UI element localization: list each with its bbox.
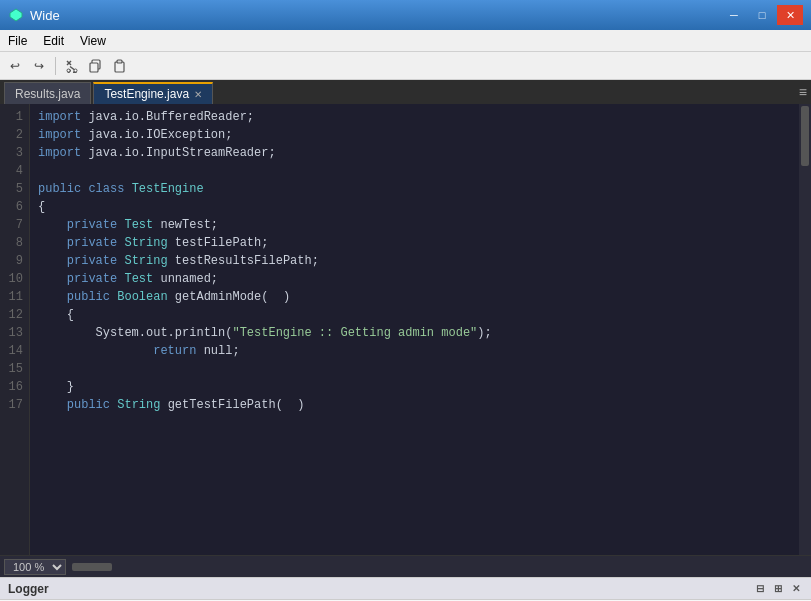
line-num: 3 (4, 144, 23, 162)
redo-button[interactable]: ↪ (28, 55, 50, 77)
copy-button[interactable] (85, 55, 107, 77)
svg-marker-0 (10, 9, 22, 21)
line-num: 7 (4, 216, 23, 234)
line-num: 16 (4, 378, 23, 396)
line-num: 10 (4, 270, 23, 288)
maximize-button[interactable]: □ (749, 5, 775, 25)
line-num: 9 (4, 252, 23, 270)
line-num: 17 (4, 396, 23, 414)
tab-results-java[interactable]: Results.java (4, 82, 91, 104)
title-bar-controls: ─ □ ✕ (721, 5, 803, 25)
svg-point-5 (74, 69, 77, 72)
toolbar-separator-1 (55, 57, 56, 75)
menu-view[interactable]: View (72, 30, 114, 51)
line-num: 15 (4, 360, 23, 378)
toolbar: ↩ ↪ (0, 52, 811, 80)
title-bar: Wide ─ □ ✕ (0, 0, 811, 30)
tab-overflow-icon[interactable]: ≡ (799, 84, 807, 100)
tab-label: Results.java (15, 87, 80, 101)
logger-minimize-button[interactable]: ⊟ (753, 582, 767, 596)
menu-file[interactable]: File (0, 30, 35, 51)
line-num: 13 (4, 324, 23, 342)
window-title: Wide (30, 8, 60, 23)
line-num: 8 (4, 234, 23, 252)
line-num: 14 (4, 342, 23, 360)
title-bar-left: Wide (8, 7, 60, 23)
logger-float-button[interactable]: ⊞ (771, 582, 785, 596)
tab-bar: Results.java TestEngine.java ✕ ≡ (0, 80, 811, 104)
svg-rect-9 (117, 60, 122, 63)
menu-edit[interactable]: Edit (35, 30, 72, 51)
editor-area: 1 2 3 4 5 6 7 8 9 10 11 12 13 14 15 16 1… (0, 104, 811, 555)
svg-point-4 (67, 69, 70, 72)
svg-rect-7 (90, 63, 98, 72)
line-numbers: 1 2 3 4 5 6 7 8 9 10 11 12 13 14 15 16 1… (0, 104, 30, 555)
editor-container: Results.java TestEngine.java ✕ ≡ 1 2 3 4… (0, 80, 811, 577)
code-editor[interactable]: import java.io.BufferedReader; import ja… (30, 104, 799, 555)
logger-controls: ⊟ ⊞ ✕ (753, 582, 803, 596)
tab-testengine-java[interactable]: TestEngine.java ✕ (93, 82, 213, 104)
line-num: 5 (4, 180, 23, 198)
line-num: 4 (4, 162, 23, 180)
scrollbar-thumb[interactable] (801, 106, 809, 166)
minimize-button[interactable]: ─ (721, 5, 747, 25)
cut-button[interactable] (61, 55, 83, 77)
line-num: 1 (4, 108, 23, 126)
undo-button[interactable]: ↩ (4, 55, 26, 77)
zoom-bar: 100 % 75 % 150 % (0, 555, 811, 577)
h-scrollbar-thumb[interactable] (72, 563, 112, 571)
tab-close-icon[interactable]: ✕ (194, 89, 202, 100)
line-num: 6 (4, 198, 23, 216)
paste-button[interactable] (109, 55, 131, 77)
logger-panel: Logger ⊟ ⊞ ✕ Theme set to VS2010 Opening… (0, 577, 811, 601)
line-num: 11 (4, 288, 23, 306)
vertical-scrollbar[interactable] (799, 104, 811, 555)
tab-label: TestEngine.java (104, 87, 189, 101)
app-icon (8, 7, 24, 23)
close-button[interactable]: ✕ (777, 5, 803, 25)
horizontal-scrollbar[interactable] (72, 563, 807, 571)
logger-close-button[interactable]: ✕ (789, 582, 803, 596)
logger-title: Logger (8, 582, 49, 596)
line-num: 12 (4, 306, 23, 324)
menu-bar: File Edit View (0, 30, 811, 52)
logger-header: Logger ⊟ ⊞ ✕ (0, 578, 811, 600)
zoom-selector[interactable]: 100 % 75 % 150 % (4, 559, 66, 575)
line-num: 2 (4, 126, 23, 144)
